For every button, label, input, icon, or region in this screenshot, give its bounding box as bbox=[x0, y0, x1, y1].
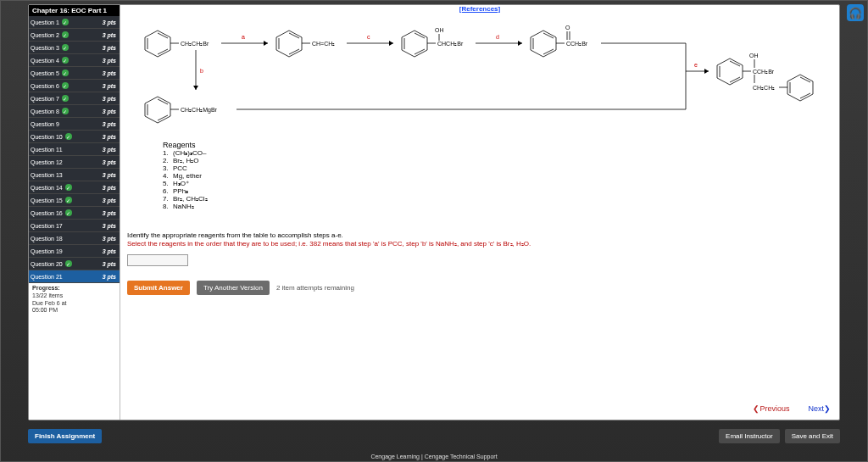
question-label: Question 10 bbox=[31, 134, 63, 140]
save-exit-button[interactable]: Save and Exit bbox=[785, 429, 840, 443]
sidebar-item-question-15[interactable]: Question 15✓3 pts bbox=[29, 194, 120, 207]
question-label: Question 18 bbox=[31, 236, 63, 242]
sidebar-item-question-21[interactable]: Question 213 pts bbox=[29, 270, 120, 283]
sidebar-item-question-17[interactable]: Question 173 pts bbox=[29, 220, 120, 232]
question-label: Question 7 bbox=[31, 96, 59, 102]
footer-credit: Cengage Learning | Cengage Technical Sup… bbox=[1, 454, 867, 459]
reagent-title: Reagents bbox=[163, 141, 208, 149]
submit-button[interactable]: Submit Answer bbox=[127, 281, 190, 295]
question-points: 3 pts bbox=[103, 236, 116, 242]
sidebar-item-question-2[interactable]: Question 2✓3 pts bbox=[29, 29, 120, 42]
check-icon: ✓ bbox=[62, 57, 69, 64]
svg-text:CH₂CH₂Br: CH₂CH₂Br bbox=[181, 41, 209, 47]
sidebar-item-question-19[interactable]: Question 193 pts bbox=[29, 245, 120, 258]
question-points: 3 pts bbox=[103, 185, 116, 191]
question-points: 3 pts bbox=[103, 210, 116, 216]
progress-due2: 05:00 PM bbox=[32, 307, 116, 314]
question-points: 3 pts bbox=[103, 223, 116, 229]
instruction-line1: Identify the appropriate reagents from t… bbox=[127, 231, 832, 240]
svg-line-46 bbox=[158, 115, 168, 120]
question-label: Question 19 bbox=[31, 248, 63, 254]
assignment-panel: Chapter 16: EOC Part 1 Question 1✓3 ptsQ… bbox=[28, 4, 840, 420]
sidebar-item-question-11[interactable]: Question 113 pts bbox=[29, 143, 120, 156]
sidebar-item-question-1[interactable]: Question 1✓3 pts bbox=[29, 16, 120, 29]
reagent-item: (CH₃)₃CO– bbox=[163, 149, 208, 157]
svg-line-45 bbox=[158, 99, 168, 104]
sidebar-item-question-18[interactable]: Question 183 pts bbox=[29, 232, 120, 245]
question-label: Question 21 bbox=[31, 274, 63, 280]
question-label: Question 5 bbox=[31, 70, 59, 76]
instruction-line2: Select the reagents in the order that th… bbox=[127, 240, 832, 248]
check-icon: ✓ bbox=[62, 82, 69, 89]
reagent-item: NaNH₂ bbox=[163, 203, 208, 210]
question-points: 3 pts bbox=[103, 96, 116, 102]
svg-text:CCH₂Br: CCH₂Br bbox=[566, 41, 588, 47]
sidebar-item-question-3[interactable]: Question 3✓3 pts bbox=[29, 42, 120, 54]
check-icon: ✓ bbox=[62, 108, 69, 114]
svg-text:CHCH₂Br: CHCH₂Br bbox=[437, 41, 464, 47]
sidebar-item-question-10[interactable]: Question 10✓3 pts bbox=[29, 131, 120, 143]
reagent-list: Reagents (CH₃)₃CO–Br₂, H₂OPCCMg, etherH₃… bbox=[163, 141, 208, 210]
reagent-item: H₃O⁺ bbox=[163, 180, 208, 187]
svg-text:CCH₂Br: CCH₂Br bbox=[753, 69, 775, 75]
sidebar-item-question-9[interactable]: Question 93 pts bbox=[29, 118, 120, 131]
sidebar-item-question-4[interactable]: Question 4✓3 pts bbox=[29, 54, 120, 67]
sidebar-item-question-16[interactable]: Question 16✓3 pts bbox=[29, 207, 120, 220]
progress-block: Progress: 13/22 items Due Feb 6 at 05:00… bbox=[29, 283, 120, 316]
chapter-title: Chapter 16: EOC Part 1 bbox=[29, 5, 120, 16]
sidebar-item-question-8[interactable]: Question 8✓3 pts bbox=[29, 105, 120, 118]
sidebar-item-question-14[interactable]: Question 14✓3 pts bbox=[29, 181, 120, 194]
question-points: 3 pts bbox=[103, 159, 116, 165]
question-main: [References] CH₂CH₂Br a bbox=[120, 5, 839, 420]
svg-marker-9 bbox=[276, 31, 302, 57]
question-points: 3 pts bbox=[103, 248, 116, 254]
svg-line-21 bbox=[415, 49, 425, 54]
svg-text:OH: OH bbox=[749, 53, 759, 58]
svg-text:a: a bbox=[242, 34, 245, 40]
check-icon: ✓ bbox=[62, 95, 69, 102]
reagent-item: PPh₃ bbox=[163, 187, 208, 195]
question-label: Question 3 bbox=[31, 45, 59, 51]
svg-line-31 bbox=[543, 33, 554, 38]
sidebar-item-question-12[interactable]: Question 123 pts bbox=[29, 156, 120, 169]
sidebar-item-question-13[interactable]: Question 133 pts bbox=[29, 169, 120, 181]
question-label: Question 11 bbox=[31, 147, 63, 153]
question-points: 3 pts bbox=[103, 261, 116, 267]
svg-marker-7 bbox=[264, 41, 268, 46]
sidebar-item-question-5[interactable]: Question 5✓3 pts bbox=[29, 67, 120, 80]
check-icon: ✓ bbox=[65, 133, 72, 140]
svg-line-3 bbox=[158, 49, 168, 54]
svg-line-57 bbox=[730, 77, 740, 82]
email-instructor-button[interactable]: Email Instructor bbox=[719, 429, 780, 443]
question-points: 3 pts bbox=[103, 121, 116, 127]
next-button[interactable]: Next❯ bbox=[808, 404, 831, 413]
svg-marker-18 bbox=[402, 31, 427, 57]
question-points: 3 pts bbox=[103, 70, 116, 76]
help-icon[interactable]: 🎧 bbox=[847, 4, 864, 21]
svg-line-68 bbox=[800, 93, 810, 98]
question-points: 3 pts bbox=[103, 58, 116, 64]
sidebar-item-question-20[interactable]: Question 20✓3 pts bbox=[29, 258, 120, 270]
svg-marker-52 bbox=[704, 69, 709, 74]
answer-input[interactable] bbox=[127, 254, 188, 266]
svg-text:d: d bbox=[496, 34, 499, 40]
svg-text:c: c bbox=[367, 34, 370, 40]
attempts-remaining: 2 item attempts remaining bbox=[276, 284, 354, 292]
finish-assignment-button[interactable]: Finish Assignment bbox=[28, 429, 102, 443]
svg-text:CH₂CH₂MgBr: CH₂CH₂MgBr bbox=[181, 107, 218, 114]
svg-marker-54 bbox=[717, 58, 743, 85]
svg-line-12 bbox=[289, 49, 299, 54]
svg-marker-43 bbox=[145, 97, 170, 123]
try-another-button[interactable]: Try Another Version bbox=[197, 281, 270, 295]
svg-line-56 bbox=[730, 61, 740, 66]
sidebar-item-question-6[interactable]: Question 6✓3 pts bbox=[29, 80, 120, 92]
previous-button[interactable]: ❮Previous bbox=[753, 404, 789, 413]
question-sidebar: Chapter 16: EOC Part 1 Question 1✓3 ptsQ… bbox=[29, 5, 120, 420]
question-label: Question 15 bbox=[31, 198, 63, 203]
question-points: 3 pts bbox=[103, 172, 116, 178]
sidebar-item-question-7[interactable]: Question 7✓3 pts bbox=[29, 92, 120, 105]
progress-title: Progress: bbox=[32, 285, 116, 292]
question-label: Question 12 bbox=[31, 159, 63, 165]
progress-due1: Due Feb 6 at bbox=[32, 300, 116, 308]
question-points: 3 pts bbox=[103, 109, 116, 114]
